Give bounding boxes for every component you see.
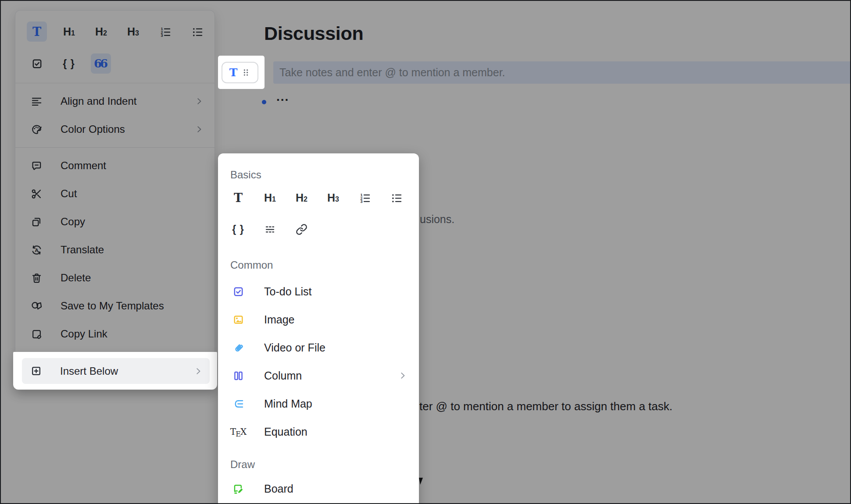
submenu-item-image[interactable]: Image <box>218 305 419 334</box>
equation-icon: TEX <box>232 426 244 438</box>
submenu-item-to-do-list[interactable]: To-do List <box>218 277 419 305</box>
section-label: Draw <box>230 458 419 471</box>
submenu-list: To-do ListImageVideo or FileColumnMind M… <box>218 277 419 446</box>
submenu-list: Board <box>218 475 419 503</box>
chevron-right-icon <box>193 366 203 376</box>
code-icon: { } <box>232 224 244 234</box>
submenu-item-label: Equation <box>264 426 308 438</box>
block-handle-button[interactable]: T <box>222 62 258 83</box>
insert-bullet-list-button[interactable] <box>386 188 406 208</box>
submenu-item-label: To-do List <box>264 285 311 298</box>
submenu-item-label: Column <box>264 369 302 382</box>
ordered-list-icon: 123 <box>359 192 371 204</box>
submenu-item-label: Mind Map <box>264 398 312 410</box>
h1-icon: H1 <box>264 192 275 203</box>
submenu-item-label: Video or File <box>264 341 325 354</box>
insert-text-button[interactable]: T <box>228 188 248 208</box>
menu-item-insert-below[interactable]: Insert Below <box>22 358 210 384</box>
link-icon <box>296 224 308 235</box>
submenu-item-label: Image <box>264 313 294 326</box>
submenu-item-board[interactable]: Board <box>218 475 419 503</box>
dim-overlay <box>0 0 851 504</box>
section-label: Basics <box>230 168 419 181</box>
svg-text:3: 3 <box>360 199 362 203</box>
editor-screen: Discussion Take notes and enter @ to men… <box>0 0 851 504</box>
insert-code-button[interactable]: { } <box>228 219 248 239</box>
submenu-item-label: Board <box>264 483 293 495</box>
insert-ordered-list-button[interactable]: 123 <box>354 188 375 208</box>
divider-icon <box>264 224 276 235</box>
h3-icon: H3 <box>327 192 339 203</box>
drag-handle-icon[interactable] <box>241 68 250 77</box>
submenu-item-equation[interactable]: TEXEquation <box>218 418 419 446</box>
insert-h2-button[interactable]: H2 <box>291 188 311 208</box>
insert-h3-button[interactable]: H3 <box>323 188 343 208</box>
insert-divider-button[interactable] <box>260 219 280 239</box>
image-icon <box>232 313 244 326</box>
board-icon <box>232 483 244 495</box>
section-label: Common <box>230 259 419 272</box>
attachment-icon <box>232 341 244 354</box>
insert-below-spotlight: Insert Below <box>13 352 217 390</box>
text-format-icon: T <box>229 67 238 78</box>
column-icon <box>232 369 244 382</box>
block-handle-spotlight: T <box>218 56 265 89</box>
submenu-item-column[interactable]: Column <box>218 362 419 390</box>
text-icon: T <box>234 192 243 204</box>
insert-below-icon <box>30 365 42 377</box>
submenu-item-mind-map[interactable]: Mind Map <box>218 390 419 418</box>
insert-submenu: BasicsTH1H2H3123{ }CommonTo-do ListImage… <box>218 153 419 504</box>
chevron-right-icon <box>398 371 408 380</box>
h2-icon: H2 <box>296 192 307 203</box>
menu-item-label: Insert Below <box>60 365 118 377</box>
todo-icon <box>232 285 244 298</box>
insert-h1-button[interactable]: H1 <box>260 188 280 208</box>
insert-link-button[interactable] <box>291 219 311 239</box>
basics-icon-grid: TH1H2H3123{ } <box>228 188 409 239</box>
submenu-item-video-or-file[interactable]: Video or File <box>218 334 419 362</box>
mindmap-icon <box>232 398 244 410</box>
bullet-list-icon <box>390 192 402 204</box>
